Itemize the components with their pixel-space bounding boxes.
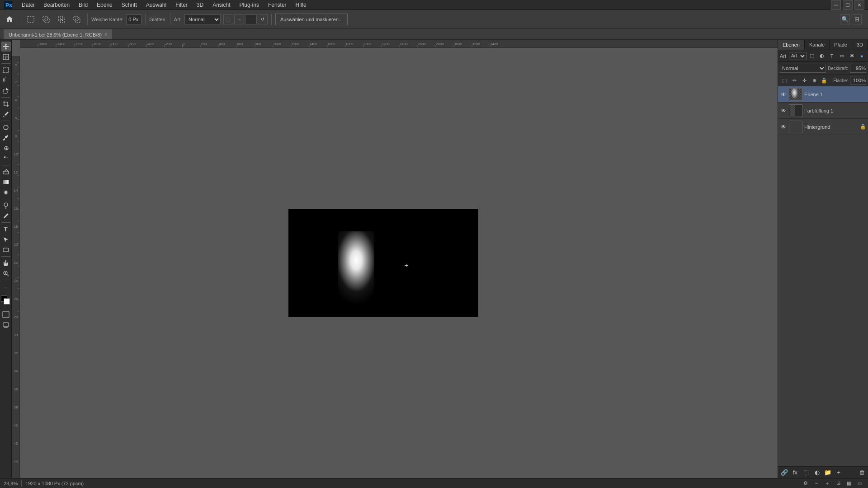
search-btn[interactable]: 🔍 — [840, 14, 850, 24]
gradient-btn[interactable] — [1, 177, 11, 187]
minimize-btn[interactable]: ─ — [831, 0, 841, 10]
menu-bearbeiten[interactable]: Bearbeiten — [40, 1, 73, 9]
new-fill-btn[interactable]: ◐ — [812, 468, 821, 477]
lasso-btn[interactable] — [1, 75, 11, 85]
background-color[interactable] — [4, 298, 10, 305]
menu-datei[interactable]: Datei — [18, 1, 38, 9]
status-panel-btn[interactable]: ▭ — [855, 479, 864, 488]
subtract-selection-btn[interactable] — [55, 14, 68, 25]
artboard-tool-btn[interactable] — [1, 52, 11, 62]
workspace-btn[interactable]: ⊞ — [852, 14, 862, 24]
layer-item-ebene1[interactable]: 👁 Ebene 1 — [778, 86, 868, 103]
select-mask-btn[interactable]: Auswählen und maskieren... — [275, 14, 348, 25]
tab-3d[interactable]: 3D — [852, 40, 868, 50]
more-tools-btn[interactable]: … — [1, 282, 11, 291]
lock-transparency-btn[interactable]: ⬚ — [780, 76, 789, 85]
layer-visibility-hintergrund[interactable]: 👁 — [780, 123, 787, 131]
blend-mode-select[interactable]: Normal — [780, 64, 826, 73]
new-group-btn[interactable]: 📁 — [823, 468, 832, 477]
edge-mode-input[interactable] — [126, 14, 142, 24]
zoom-btn[interactable] — [1, 268, 11, 278]
pen-btn[interactable] — [1, 211, 11, 221]
brush-btn[interactable] — [1, 133, 11, 143]
filter-smart-btn[interactable]: ✱ — [847, 52, 856, 61]
status-zoom-out-btn[interactable]: − — [812, 479, 821, 488]
intersect-selection-btn[interactable] — [70, 14, 84, 25]
lock-artboard-btn[interactable]: ⊕ — [810, 76, 819, 85]
move-tool-btn[interactable] — [1, 42, 11, 52]
svg-text:600: 600 — [237, 42, 243, 46]
crop-btn[interactable] — [1, 99, 11, 109]
filter-adjust-btn[interactable]: ◐ — [817, 52, 826, 61]
shape-btn[interactable] — [1, 245, 11, 255]
lock-move-btn[interactable]: ✛ — [800, 76, 809, 85]
document-tab[interactable]: Unbenannt-1 bei 28,9% (Ebene 1, RGB/8) × — [4, 29, 112, 39]
text-btn[interactable]: T — [1, 224, 11, 234]
screen-mode-btn[interactable] — [1, 320, 11, 330]
blur-btn[interactable] — [1, 188, 11, 197]
status-settings-btn[interactable]: ⚙ — [801, 479, 810, 488]
menu-ebene[interactable]: Ebene — [93, 1, 116, 9]
layer-item-farbfullung1[interactable]: 👁 Farbfüllung 1 — [778, 103, 868, 119]
lock-all-btn[interactable]: 🔒 — [820, 76, 829, 85]
size-field[interactable] — [245, 14, 257, 24]
menu-hilfe[interactable]: Hilfe — [292, 1, 310, 9]
filter-toggle-btn[interactable]: ● — [857, 52, 866, 61]
svg-text:40: 40 — [14, 423, 18, 427]
fill-input[interactable] — [850, 76, 866, 85]
filter-pixel-btn[interactable]: ⬚ — [807, 52, 816, 61]
canvas-content[interactable]: + — [20, 48, 778, 478]
eraser-btn[interactable] — [1, 167, 11, 177]
opacity-input[interactable] — [850, 64, 866, 73]
menu-auswahl[interactable]: Auswahl — [142, 1, 170, 9]
close-btn[interactable]: × — [854, 0, 864, 10]
menu-filter[interactable]: Filter — [172, 1, 191, 9]
add-style-btn[interactable]: fx — [791, 468, 800, 477]
menu-fenster[interactable]: Fenster — [264, 1, 290, 9]
dodge-btn[interactable] — [1, 201, 11, 211]
path-select-btn[interactable] — [1, 235, 11, 244]
layer-visibility-farbfullung1[interactable]: 👁 — [780, 107, 787, 114]
layer-visibility-ebene1[interactable]: 👁 — [780, 91, 787, 98]
link-layers-btn[interactable]: 🔗 — [780, 468, 789, 477]
status-fit-btn[interactable]: ⊡ — [834, 479, 843, 488]
lock-paint-btn[interactable]: ✏ — [790, 76, 799, 85]
maximize-btn[interactable]: □ — [843, 0, 853, 10]
mask-mode-btn[interactable] — [1, 310, 11, 319]
rect-select-btn[interactable] — [1, 65, 11, 75]
tab-kanaele[interactable]: Kanäle — [805, 40, 830, 50]
new-selection-btn[interactable] — [24, 14, 38, 25]
menu-schrift[interactable]: Schrift — [118, 1, 141, 9]
menu-plugins[interactable]: Plug-ins — [236, 1, 263, 9]
tab-close-btn[interactable]: × — [104, 32, 107, 37]
svg-text:24: 24 — [14, 279, 18, 283]
filter-shape-btn[interactable]: ▭ — [837, 52, 846, 61]
eyedropper-btn[interactable] — [1, 109, 11, 119]
sep5 — [271, 14, 272, 25]
new-layer-btn[interactable]: + — [834, 468, 843, 477]
menu-bild[interactable]: Bild — [75, 1, 91, 9]
add-selection-btn[interactable] — [39, 14, 53, 25]
menu-3d[interactable]: 3D — [193, 1, 207, 9]
heal-btn[interactable] — [1, 122, 11, 132]
status-zoom-in-btn[interactable]: + — [823, 479, 832, 488]
add-mask-btn[interactable]: ⬚ — [802, 468, 811, 477]
art-select[interactable]: Normal — [184, 14, 221, 24]
tool-icon2[interactable]: → — [234, 14, 244, 24]
filter-text-btn[interactable]: T — [827, 52, 836, 61]
menu-ansicht[interactable]: Ansicht — [209, 1, 234, 9]
clone-btn[interactable] — [1, 143, 11, 153]
reset-btn[interactable]: ↺ — [258, 14, 268, 24]
delete-layer-btn[interactable]: 🗑 — [857, 468, 866, 477]
hand-btn[interactable] — [1, 258, 11, 268]
tab-pfade[interactable]: Pfade — [830, 40, 852, 50]
object-select-btn[interactable] — [1, 86, 11, 96]
layer-item-hintergrund[interactable]: 👁 Hintergrund 🔒 — [778, 119, 868, 135]
status-arrange-btn[interactable]: ▦ — [844, 479, 854, 488]
home-btn[interactable] — [3, 14, 16, 25]
svg-point-20 — [5, 191, 7, 194]
filter-select[interactable]: Art — [789, 52, 807, 60]
tool-icon1[interactable]: ⬚ — [223, 14, 233, 24]
tab-ebenen[interactable]: Ebenen — [778, 40, 805, 50]
history-brush-btn[interactable] — [1, 154, 11, 164]
